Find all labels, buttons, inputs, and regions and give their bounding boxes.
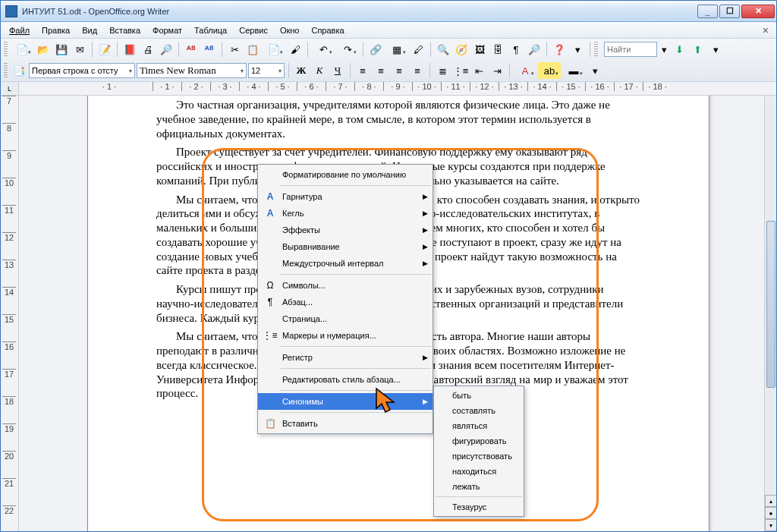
redo-button[interactable]: ↷ (336, 41, 359, 58)
synonym-item[interactable]: лежать (434, 479, 524, 494)
new-document-button[interactable]: 📄 (11, 41, 33, 58)
toolbar-overflow[interactable]: ▾ (569, 41, 586, 58)
ctx-paragraph[interactable]: ¶ Абзац... (258, 294, 433, 310)
maximize-button[interactable]: ☐ (719, 5, 740, 18)
font-name-combo[interactable]: Times New Roman ▾ (137, 63, 247, 78)
undo-button[interactable]: ↶ (312, 41, 335, 58)
numbering-button[interactable]: ≣ (434, 62, 451, 79)
find-prev-button[interactable]: ⬆ (689, 41, 706, 58)
bold-button[interactable]: Ж (293, 62, 310, 79)
font-color-button[interactable]: A (514, 62, 536, 79)
synonym-item[interactable]: находиться (434, 464, 524, 479)
toolbar-handle[interactable] (4, 42, 8, 57)
find-toolbar-handle[interactable] (594, 42, 598, 57)
find-input[interactable] (604, 42, 657, 57)
format-toolbar-handle[interactable] (4, 63, 8, 78)
paste-button[interactable]: 📄 (263, 41, 285, 58)
autospell-button[interactable]: ᴬᴮ (201, 41, 218, 58)
scroll-thumb[interactable] (766, 221, 775, 388)
align-right-button[interactable]: ≡ (391, 62, 407, 79)
export-pdf-button[interactable]: 📕 (121, 41, 138, 58)
ruler-corner: L (1, 82, 19, 95)
font-size-combo[interactable]: 12 ▾ (248, 63, 285, 78)
print-preview-button[interactable]: 🔎 (158, 41, 175, 58)
menu-file[interactable]: Файл (4, 24, 35, 36)
gallery-button[interactable]: 🖼 (471, 41, 488, 58)
scroll-browse[interactable]: ● (765, 507, 776, 519)
styles-button[interactable]: 📑 (11, 62, 27, 79)
hyperlink-button[interactable]: 🔗 (367, 41, 384, 58)
menu-tools[interactable]: Сервис (234, 24, 273, 36)
open-button[interactable]: 📂 (35, 41, 52, 58)
find-dropdown[interactable]: ▾ (659, 41, 669, 58)
ctx-garnitura[interactable]: A Гарнитура▶ (258, 188, 433, 205)
ctx-linespacing[interactable]: Междустрочный интервал▶ (258, 255, 433, 272)
scroll-next-page[interactable]: ▾ (765, 519, 776, 531)
email-button[interactable]: ✉ (71, 41, 88, 58)
underline-button[interactable]: Ч (329, 62, 346, 79)
menu-view[interactable]: Вид (77, 24, 102, 36)
align-center-button[interactable]: ≡ (373, 62, 389, 79)
spellcheck-button[interactable]: ᴬᴮ (183, 41, 200, 58)
paragraph-style-combo[interactable]: Первая строка с отсту ▾ (29, 63, 135, 78)
minimize-button[interactable]: _ (697, 5, 718, 18)
synonym-item[interactable]: присутствовать (434, 449, 524, 464)
thesaurus-item[interactable]: Тезаурус (434, 499, 524, 515)
ctx-effects[interactable]: Эффекты▶ (258, 222, 433, 238)
find-replace-button[interactable]: 🔍 (435, 41, 451, 58)
edit-mode-button[interactable]: 📝 (96, 41, 113, 58)
menu-window[interactable]: Окно (275, 24, 305, 36)
menu-insert[interactable]: Вставка (104, 24, 146, 36)
table-button[interactable]: ▦ (385, 41, 408, 58)
paragraph[interactable]: Это частная организация, учредителями ко… (156, 98, 640, 140)
help-button[interactable]: ❓ (551, 41, 568, 58)
ctx-bullets[interactable]: ⋮≡ Маркеры и нумерация... (258, 327, 433, 344)
doc-close-icon[interactable]: × (758, 24, 773, 36)
menu-table[interactable]: Таблица (189, 24, 232, 36)
zoom-button[interactable]: 🔎 (526, 41, 543, 58)
italic-button[interactable]: К (311, 62, 328, 79)
navigator-button[interactable]: 🧭 (453, 41, 470, 58)
ctx-synonyms[interactable]: Синонимы▶ (258, 393, 433, 410)
ctx-kegl[interactable]: A Кегль▶ (258, 205, 433, 222)
align-left-button[interactable]: ≡ (354, 62, 371, 79)
menu-format[interactable]: Формат (147, 24, 187, 36)
vertical-ruler[interactable]: 78910111213141516171819202122 (1, 96, 19, 531)
ctx-register[interactable]: Регистр▶ (258, 349, 433, 366)
align-justify-button[interactable]: ≡ (409, 62, 426, 79)
find-overflow[interactable]: ▾ (707, 41, 724, 58)
ctx-paste[interactable]: 📋 Вставить (258, 415, 433, 432)
increase-indent-button[interactable]: ⇥ (489, 62, 505, 79)
vertical-scrollbar[interactable]: ▴ ● ▾ (764, 96, 776, 531)
format-paintbrush-button[interactable]: 🖌 (287, 41, 304, 58)
ctx-edit-style[interactable]: Редактировать стиль абзаца... (258, 371, 433, 388)
cut-button[interactable]: ✂ (226, 41, 243, 58)
menu-edit[interactable]: Правка (36, 24, 75, 36)
ctx-symbols[interactable]: Ω Символы... (258, 277, 433, 294)
highlight-color-button[interactable]: ab (538, 62, 561, 79)
ctx-alignment[interactable]: Выравнивание▶ (258, 238, 433, 255)
nonprinting-chars-button[interactable]: ¶ (508, 41, 524, 58)
synonym-item[interactable]: являться (434, 418, 524, 433)
font-name-value: Times New Roman (140, 65, 216, 77)
save-button[interactable]: 💾 (53, 41, 70, 58)
print-button[interactable]: 🖨 (140, 41, 156, 58)
ctx-page[interactable]: Страница... (258, 310, 433, 327)
bullets-button[interactable]: ⋮≡ (452, 62, 469, 79)
paragraph-style-value: Первая строка с отсту (32, 66, 118, 75)
horizontal-ruler[interactable]: L · 1 ·· 1 ·· 2 ·· 3 ·· 4 ·· 5 ·· 6 ·· 7… (1, 82, 776, 96)
synonym-item[interactable]: фигурировать (434, 433, 524, 449)
decrease-indent-button[interactable]: ⇤ (470, 62, 487, 79)
synonym-item[interactable]: быть (434, 388, 524, 403)
find-next-button[interactable]: ⬇ (671, 41, 687, 58)
copy-button[interactable]: 📋 (244, 41, 261, 58)
synonym-item[interactable]: составлять (434, 403, 524, 418)
close-button[interactable]: ✕ (741, 5, 775, 18)
background-color-button[interactable]: ▬ (562, 62, 585, 79)
ctx-default-formatting[interactable]: Форматирование по умолчанию (258, 166, 433, 183)
menu-help[interactable]: Справка (306, 24, 349, 36)
show-draw-button[interactable]: 🖊 (410, 41, 426, 58)
scroll-prev-page[interactable]: ▴ (765, 495, 776, 507)
format-overflow[interactable]: ▾ (587, 62, 603, 79)
data-sources-button[interactable]: 🗄 (489, 41, 506, 58)
